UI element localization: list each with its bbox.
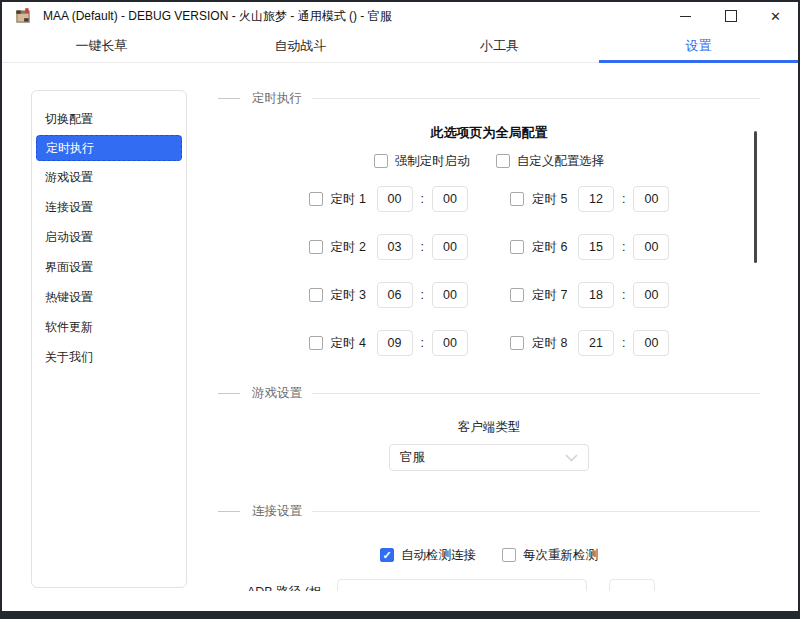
settings-content: 定时执行 此选项页为全局配置 强制定时启动 自定义配置选择 定时 1 (218, 76, 760, 591)
timer-options-row: 强制定时启动 自定义配置选择 (218, 151, 760, 171)
timer-label: 定时 4 (331, 335, 377, 352)
chevron-down-icon (565, 454, 578, 462)
adb-path-browse-button[interactable] (609, 579, 655, 591)
divider (312, 511, 760, 512)
app-logo-icon (13, 6, 33, 26)
section-header-timer: 定时执行 (218, 88, 760, 108)
timer-2-row: 定时 2 03 : 00 (309, 233, 468, 261)
divider (218, 393, 240, 394)
timer-4-minute-input[interactable]: 00 (432, 330, 468, 356)
auto-detect-option: ✓ 自动检测连接 (380, 547, 476, 564)
tab-farming[interactable]: 一键长草 (2, 30, 201, 62)
sidebar-item-hotkey-settings[interactable]: 热键设置 (32, 282, 186, 312)
force-scheduled-start-checkbox[interactable] (374, 154, 388, 168)
adb-path-label: ADB 路径 (相 (247, 584, 321, 591)
checkbox-label: 自动检测连接 (401, 547, 476, 564)
settings-page: 切换配置 定时执行 游戏设置 连接设置 启动设置 界面设置 热键设置 软件更新 … (2, 63, 798, 619)
app-window: MAA (Default) - DEBUG VERSION - 火山旅梦 - 通… (0, 0, 800, 619)
timer-7-hour-input[interactable]: 18 (578, 282, 614, 308)
sidebar-item-startup-settings[interactable]: 启动设置 (32, 222, 186, 252)
timer-7-checkbox[interactable] (510, 288, 524, 302)
checkbox-label: 强制定时启动 (395, 153, 470, 170)
checkbox-label: 每次重新检测 (523, 547, 598, 564)
maximize-icon (725, 10, 737, 22)
timer-1-hour-input[interactable]: 00 (377, 186, 413, 212)
timer-6-checkbox[interactable] (510, 240, 524, 254)
time-separator: : (421, 336, 424, 350)
sidebar-item-game-settings[interactable]: 游戏设置 (32, 162, 186, 192)
auto-detect-checkbox[interactable]: ✓ (380, 548, 394, 562)
timer-1-row: 定时 1 00 : 00 (309, 185, 468, 213)
sidebar-item-about[interactable]: 关于我们 (32, 342, 186, 372)
close-icon: ✕ (770, 10, 781, 23)
window-title: MAA (Default) - DEBUG VERSION - 火山旅梦 - 通… (43, 8, 392, 25)
custom-config-option: 自定义配置选择 (496, 153, 605, 170)
tab-toolbox[interactable]: 小工具 (400, 30, 599, 62)
divider (218, 511, 240, 512)
timer-label: 定时 3 (331, 287, 377, 304)
timer-3-minute-input[interactable]: 00 (432, 282, 468, 308)
timer-6-minute-input[interactable]: 00 (633, 234, 669, 260)
timer-grid: 定时 1 00 : 00 定时 5 12 : 00 定时 2 03 (218, 185, 760, 357)
custom-config-checkbox[interactable] (496, 154, 510, 168)
timer-7-row: 定时 7 18 : 00 (510, 281, 669, 309)
timer-2-checkbox[interactable] (309, 240, 323, 254)
timer-5-row: 定时 5 12 : 00 (510, 185, 669, 213)
timer-2-minute-input[interactable]: 00 (432, 234, 468, 260)
global-config-note: 此选项页为全局配置 (218, 124, 760, 142)
timer-6-hour-input[interactable]: 15 (578, 234, 614, 260)
minimize-button[interactable] (663, 2, 708, 30)
divider (312, 98, 760, 99)
timer-5-checkbox[interactable] (510, 192, 524, 206)
tab-settings[interactable]: 设置 (599, 30, 798, 62)
content-scrollbar[interactable] (754, 131, 757, 263)
timer-label: 定时 8 (532, 335, 578, 352)
timer-8-minute-input[interactable]: 00 (633, 330, 669, 356)
timer-label: 定时 1 (331, 191, 377, 208)
time-separator: : (622, 336, 625, 350)
timer-7-minute-input[interactable]: 00 (633, 282, 669, 308)
main-tab-bar: 一键长草 自动战斗 小工具 设置 (2, 30, 798, 63)
minimize-icon (680, 16, 691, 17)
divider (312, 393, 760, 394)
tab-copilot[interactable]: 自动战斗 (201, 30, 400, 62)
sidebar-item-software-update[interactable]: 软件更新 (32, 312, 186, 342)
redetect-every-time-checkbox[interactable] (502, 548, 516, 562)
adb-path-input[interactable] (337, 579, 587, 591)
title-bar: MAA (Default) - DEBUG VERSION - 火山旅梦 - 通… (2, 2, 798, 30)
adb-path-row: ADB 路径 (相 (218, 579, 760, 591)
maximize-button[interactable] (708, 2, 753, 30)
time-separator: : (622, 288, 625, 302)
timer-4-checkbox[interactable] (309, 336, 323, 350)
timer-3-hour-input[interactable]: 06 (377, 282, 413, 308)
timer-8-checkbox[interactable] (510, 336, 524, 350)
timer-label: 定时 6 (532, 239, 578, 256)
close-button[interactable]: ✕ (753, 2, 798, 30)
sidebar-item-ui-settings[interactable]: 界面设置 (32, 252, 186, 282)
timer-8-hour-input[interactable]: 21 (578, 330, 614, 356)
timer-5-hour-input[interactable]: 12 (578, 186, 614, 212)
time-separator: : (421, 192, 424, 206)
client-type-value: 官服 (400, 449, 425, 466)
timer-1-checkbox[interactable] (309, 192, 323, 206)
time-separator: : (622, 240, 625, 254)
timer-3-checkbox[interactable] (309, 288, 323, 302)
sidebar-item-connection-settings[interactable]: 连接设置 (32, 192, 186, 222)
timer-2-hour-input[interactable]: 03 (377, 234, 413, 260)
sidebar-item-timer[interactable]: 定时执行 (36, 135, 182, 161)
timer-3-row: 定时 3 06 : 00 (309, 281, 468, 309)
timer-6-row: 定时 6 15 : 00 (510, 233, 669, 261)
timer-4-hour-input[interactable]: 09 (377, 330, 413, 356)
window-controls: ✕ (663, 2, 798, 30)
sidebar-item-switch-config[interactable]: 切换配置 (32, 104, 186, 134)
client-type-select[interactable]: 官服 (389, 444, 589, 471)
timer-1-minute-input[interactable]: 00 (432, 186, 468, 212)
time-separator: : (421, 240, 424, 254)
redetect-every-time-option: 每次重新检测 (502, 547, 598, 564)
time-separator: : (421, 288, 424, 302)
timer-5-minute-input[interactable]: 00 (633, 186, 669, 212)
timer-4-row: 定时 4 09 : 00 (309, 329, 468, 357)
section-header-connection: 连接设置 (218, 501, 760, 521)
force-scheduled-start-option: 强制定时启动 (374, 153, 470, 170)
settings-sidebar: 切换配置 定时执行 游戏设置 连接设置 启动设置 界面设置 热键设置 软件更新 … (31, 90, 187, 588)
